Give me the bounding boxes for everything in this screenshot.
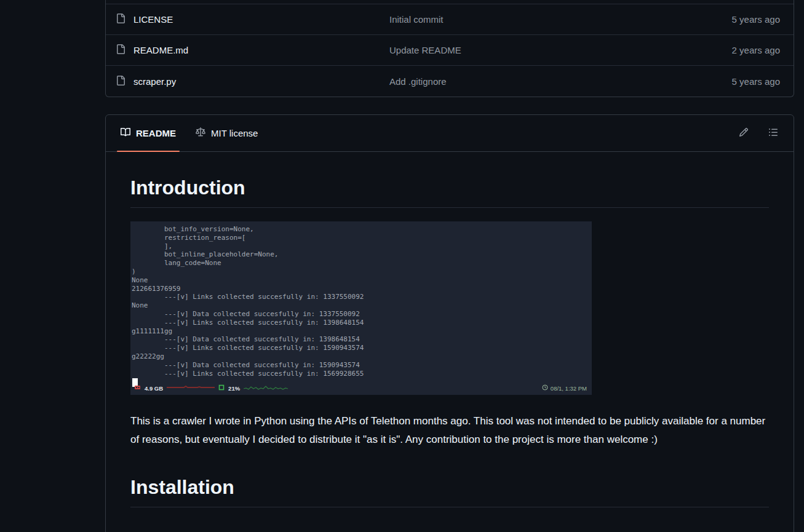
memory-value: 4.9 GB — [145, 385, 163, 392]
tab-mit-license[interactable]: MIT license — [186, 115, 268, 151]
memory-icon — [134, 384, 141, 392]
file-icon — [116, 14, 125, 25]
memory-sparkline — [167, 384, 215, 392]
book-icon — [121, 127, 130, 139]
readme-content: Introduction bot_info_version=None, rest… — [106, 152, 794, 527]
readme-header: README MIT license — [106, 115, 794, 152]
file-link[interactable]: README.md — [133, 45, 188, 55]
terminal-screenshot-image[interactable]: bot_info_version=None, restriction_reaso… — [130, 221, 592, 395]
file-icon — [116, 76, 125, 87]
list-unordered-icon — [768, 127, 778, 140]
tab-mit-license-label: MIT license — [211, 128, 258, 138]
heading-introduction: Introduction — [130, 175, 769, 208]
law-scales-icon — [196, 127, 205, 139]
cpu-icon — [218, 384, 225, 392]
terminal-status-bar: 4.9 GB 21% 08/1, 1:32 — [134, 384, 587, 392]
file-row-clipped — [106, 0, 794, 4]
commit-message-link[interactable]: Update README — [389, 45, 461, 55]
tab-readme-label: README — [136, 128, 176, 138]
file-link[interactable]: scraper.py — [133, 76, 176, 87]
file-icon — [116, 44, 125, 56]
file-name-cell: LICENSE — [116, 14, 389, 25]
commit-message-link[interactable]: Add .gitignore — [389, 76, 447, 87]
table-row[interactable]: LICENSE Initial commit 5 years ago — [106, 4, 794, 35]
terminal-clock-group: 08/1, 1:32 PM — [542, 384, 587, 392]
commit-age: 5 years ago — [675, 14, 780, 25]
readme-panel: README MIT license — [105, 114, 794, 532]
commit-message-cell: Add .gitignore — [389, 76, 675, 87]
commit-message-cell: Update README — [389, 45, 675, 55]
readme-header-actions — [733, 124, 784, 143]
outline-toc-button[interactable] — [763, 124, 784, 143]
terminal-time: 08/1, 1:32 PM — [551, 385, 587, 392]
cpu-sparkline — [244, 384, 288, 392]
pencil-icon — [739, 127, 749, 140]
file-table: LICENSE Initial commit 5 years ago READM… — [105, 0, 794, 97]
cpu-value: 21% — [228, 385, 240, 392]
readme-paragraph: This is a crawler I wrote in Python usin… — [130, 412, 769, 449]
clock-icon — [542, 384, 548, 392]
edit-readme-button[interactable] — [733, 124, 754, 143]
table-row[interactable]: README.md Update README 2 years ago — [106, 35, 794, 66]
heading-installation: Installation — [130, 475, 769, 507]
commit-age: 5 years ago — [675, 76, 780, 87]
repository-page: LICENSE Initial commit 5 years ago READM… — [0, 0, 804, 532]
commit-age: 2 years ago — [675, 45, 780, 55]
commit-message-cell: Initial commit — [389, 14, 675, 25]
active-tab-underline — [117, 151, 180, 152]
table-row[interactable]: scraper.py Add .gitignore 5 years ago — [106, 66, 794, 97]
file-name-cell: README.md — [116, 44, 389, 56]
file-link[interactable]: LICENSE — [133, 14, 173, 25]
file-name-cell: scraper.py — [116, 76, 389, 87]
tab-readme[interactable]: README — [111, 115, 186, 151]
commit-message-link[interactable]: Initial commit — [389, 14, 444, 25]
terminal-output-text: bot_info_version=None, restriction_reaso… — [132, 225, 592, 378]
